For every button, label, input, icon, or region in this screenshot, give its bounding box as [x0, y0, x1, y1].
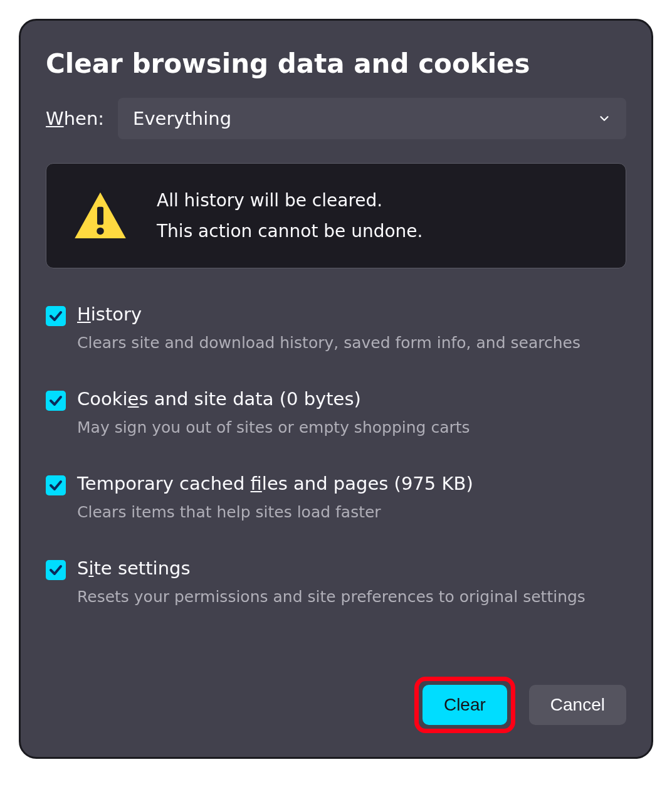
dialog-buttons: Clear Cancel	[46, 677, 626, 733]
option-site-settings: Site settings Resets your permissions an…	[46, 558, 626, 606]
time-range-row: When: Everything	[46, 98, 626, 139]
clear-data-dialog: Clear browsing data and cookies When: Ev…	[19, 19, 653, 759]
checkbox-history[interactable]	[46, 306, 66, 326]
option-label-cache[interactable]: Temporary cached files and pages (975 KB…	[77, 473, 473, 494]
cancel-button[interactable]: Cancel	[529, 685, 626, 725]
checkbox-cache[interactable]	[46, 475, 66, 495]
warning-box: All history will be cleared. This action…	[46, 163, 626, 268]
option-label-site-settings[interactable]: Site settings	[77, 558, 585, 579]
dialog-title: Clear browsing data and cookies	[46, 48, 626, 79]
options-list: History Clears site and download history…	[46, 304, 626, 658]
option-desc-cache: Clears items that help sites load faster	[77, 503, 473, 521]
warning-line-2: This action cannot be undone.	[157, 216, 423, 246]
when-label: When:	[46, 108, 104, 129]
clear-button-highlight: Clear	[414, 677, 515, 733]
option-cache: Temporary cached files and pages (975 KB…	[46, 473, 626, 521]
warning-text: All history will be cleared. This action…	[157, 185, 423, 246]
option-label-cookies[interactable]: Cookies and site data (0 bytes)	[77, 388, 470, 410]
svg-point-2	[97, 228, 104, 235]
option-label-history[interactable]: History	[77, 304, 580, 325]
svg-rect-1	[97, 207, 103, 225]
checkbox-site-settings[interactable]	[46, 560, 66, 580]
option-desc-site-settings: Resets your permissions and site prefere…	[77, 588, 585, 606]
time-range-dropdown[interactable]: Everything	[118, 98, 626, 139]
clear-button[interactable]: Clear	[423, 685, 507, 725]
dropdown-selected-value: Everything	[133, 108, 231, 129]
option-cookies: Cookies and site data (0 bytes) May sign…	[46, 388, 626, 436]
warning-line-1: All history will be cleared.	[157, 185, 423, 216]
checkbox-cookies[interactable]	[46, 391, 66, 411]
option-desc-cookies: May sign you out of sites or empty shopp…	[77, 418, 470, 436]
warning-icon	[71, 187, 129, 245]
option-desc-history: Clears site and download history, saved …	[77, 334, 580, 352]
option-history: History Clears site and download history…	[46, 304, 626, 352]
chevron-down-icon	[597, 112, 611, 125]
